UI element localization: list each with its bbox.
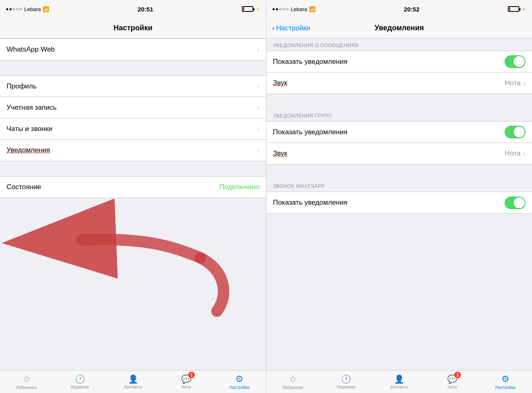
right-tab-contacts[interactable]: 👤 Контакты — [373, 374, 426, 389]
right-tab-favorites[interactable]: ☆ Избранное — [266, 374, 320, 390]
settings-group-2: Профиль › Учетная запись › Чаты и звонки… — [0, 75, 266, 161]
left-nav-bar: Настройки — [0, 18, 266, 38]
chevron-icon-account: › — [257, 103, 259, 112]
right-chats-label-tab: Чаты — [447, 385, 457, 389]
show-msg-notif-toggle[interactable] — [505, 55, 525, 68]
settings-icon: ⚙ — [235, 374, 243, 384]
show-call-notif-label: Показать уведомления — [273, 199, 347, 207]
wifi-icon: 📶 — [43, 6, 49, 12]
settings-item-profile[interactable]: Профиль › — [0, 76, 266, 97]
settings-group-groups: Показать уведомления Звук Нота › — [266, 121, 532, 165]
show-call-notif-toggle[interactable] — [505, 196, 525, 209]
settings-label-tab: Настройки — [229, 385, 249, 390]
signal-dots: ●●○○○ — [6, 6, 23, 12]
settings-item-chats[interactable]: Чаты и звонки › — [0, 118, 266, 140]
toggle-knob-2 — [514, 126, 525, 138]
favorites-label: Избранное — [16, 385, 37, 390]
settings-item-sound-msg[interactable]: Звук Нота › — [266, 72, 532, 94]
right-time: 20:52 — [404, 6, 419, 13]
whatsapp-web-label: WhatsApp Web — [7, 45, 55, 54]
settings-item-account[interactable]: Учетная запись › — [0, 97, 266, 118]
settings-item-notifications[interactable]: Уведомления › — [0, 140, 266, 161]
chats-right: › — [257, 124, 259, 133]
settings-item-show-call-notif[interactable]: Показать уведомления — [266, 192, 532, 213]
battery-fill — [243, 7, 244, 11]
tab-chats[interactable]: 💬 3 Чаты — [160, 374, 213, 389]
chevron-icon-chats: › — [257, 124, 259, 133]
settings-item-status[interactable]: Состояние Подключено — [0, 176, 266, 198]
right-nav-title: Уведомления — [374, 24, 424, 32]
battery-icon — [242, 6, 253, 12]
chevron-icon: › — [257, 45, 259, 54]
chevron-icon-notifications: › — [257, 146, 259, 155]
settings-item-show-group-notif[interactable]: Показать уведомления — [266, 122, 532, 143]
chevron-icon-sound-msg: › — [523, 79, 525, 88]
toggle-knob-3 — [514, 197, 525, 208]
right-status-right: ⚡ — [508, 6, 526, 12]
right-contacts-icon: 👤 — [394, 374, 404, 384]
chevron-icon-sound-group: › — [523, 149, 525, 158]
left-time: 20:51 — [138, 6, 153, 13]
show-group-notif-label: Показать уведомления — [273, 128, 347, 136]
right-battery-fill — [509, 7, 510, 11]
recent-icon: 🕐 — [75, 374, 85, 384]
status-value: Подключено — [219, 183, 259, 191]
left-nav-title: Настройки — [114, 24, 153, 32]
right-favorites-icon: ☆ — [289, 374, 297, 384]
right-tab-recent[interactable]: 🕐 Недавние — [320, 374, 373, 389]
settings-group-3: Состояние Подключено — [0, 176, 266, 198]
sound-msg-value: Нота — [505, 79, 521, 87]
tab-settings[interactable]: ⚙ Настройки — [213, 374, 266, 390]
show-group-notif-toggle[interactable] — [505, 126, 525, 138]
right-settings-list: УВЕДОМЛЕНИЯ О СООБЩЕНИЯХ Показать уведом… — [266, 38, 532, 370]
right-nav-bar: ‹ Настройки Уведомления — [266, 18, 532, 38]
right-recent-label: Недавние — [337, 385, 356, 389]
section-spacer-r2 — [266, 165, 532, 179]
sound-msg-label: Звук — [273, 79, 287, 87]
left-tab-bar: ☆ Избранное 🕐 Недавние 👤 Контакты 💬 3 Ча… — [0, 370, 266, 393]
chats-icon: 💬 3 — [181, 374, 192, 384]
right-tab-chats[interactable]: 💬 3 Чаты — [426, 374, 479, 389]
left-phone-panel: ●●○○○ Lebara 📶 20:51 ⚡ Настройки WhatsAp… — [0, 0, 266, 393]
chats-label-tab: Чаты — [181, 385, 191, 389]
tab-recent[interactable]: 🕐 Недавние — [53, 374, 106, 389]
right-favorites-label: Избранное — [283, 385, 304, 390]
section-header-groups: УВЕДОМЛЕНИЯ ГРУПП — [266, 109, 532, 121]
notifications-right: › — [257, 146, 259, 155]
back-button[interactable]: ‹ Настройки — [272, 23, 310, 33]
settings-group-calls: Показать уведомления — [266, 192, 532, 214]
settings-group-messages: Показать уведомления Звук Нота › — [266, 51, 532, 94]
right-bolt-icon: ⚡ — [521, 7, 526, 11]
left-status-left: ●●○○○ Lebara 📶 — [6, 6, 49, 12]
settings-item-sound-group[interactable]: Звук Нота › — [266, 143, 532, 164]
section-spacer-1 — [0, 61, 266, 75]
status-right: Подключено — [219, 183, 259, 191]
favorites-icon: ☆ — [23, 374, 31, 384]
section-header-calls: ЗВОНОК WHATSAPP — [266, 179, 532, 192]
section-header-messages: УВЕДОМЛЕНИЯ О СООБЩЕНИЯХ — [266, 38, 532, 51]
right-status-left: ●●○○○ Lebara 📶 — [272, 6, 316, 12]
recent-label: Недавние — [70, 385, 89, 389]
right-bottom-spacer — [266, 214, 532, 296]
chevron-icon-profile: › — [257, 82, 259, 90]
settings-item-show-msg-notif[interactable]: Показать уведомления — [266, 51, 532, 72]
right-tab-bar: ☆ Избранное 🕐 Недавние 👤 Контакты 💬 3 Ча… — [266, 370, 532, 393]
contacts-label: Контакты — [124, 385, 142, 389]
right-wifi-icon: 📶 — [309, 6, 316, 12]
profile-right: › — [257, 82, 259, 90]
profile-label: Профиль — [7, 82, 36, 90]
right-tab-settings[interactable]: ⚙ Настройки — [479, 374, 532, 390]
right-signal-dots: ●●○○○ — [272, 6, 289, 12]
right-battery-icon — [508, 6, 519, 12]
settings-item-whatsapp-web[interactable]: WhatsApp Web › — [0, 39, 266, 60]
bolt-icon: ⚡ — [255, 7, 260, 11]
right-contacts-label: Контакты — [390, 385, 408, 389]
chats-label: Чаты и звонки — [7, 125, 52, 133]
status-label: Состояние — [7, 183, 41, 191]
section-spacer-2 — [0, 161, 266, 176]
notifications-label: Уведомления — [7, 146, 50, 154]
tab-favorites[interactable]: ☆ Избранное — [0, 374, 53, 390]
tab-contacts[interactable]: 👤 Контакты — [106, 374, 160, 389]
right-chats-badge: 3 — [454, 372, 461, 378]
right-settings-label-tab: Настройки — [496, 385, 516, 390]
